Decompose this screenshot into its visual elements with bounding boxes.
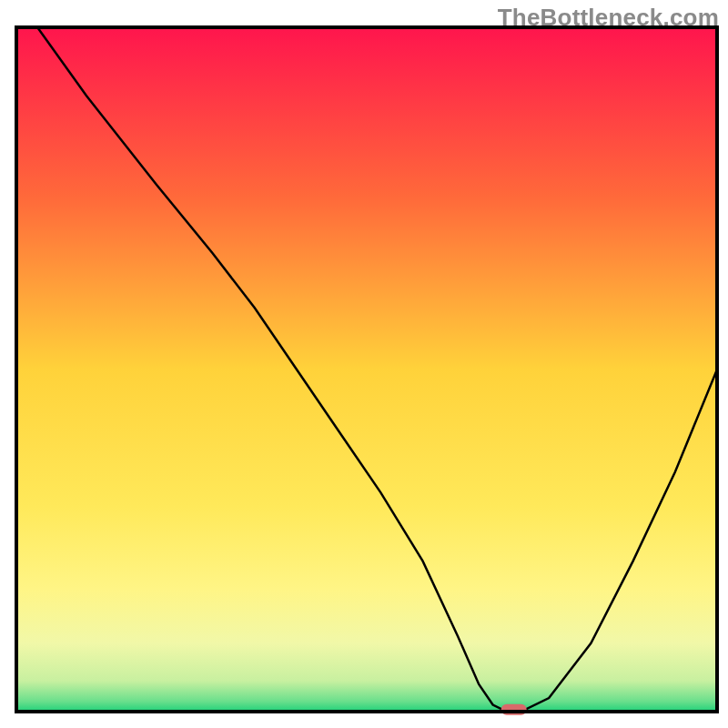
chart-container: TheBottleneck.com: [0, 0, 728, 728]
watermark-label: TheBottleneck.com: [498, 4, 719, 32]
bottleneck-chart: [0, 0, 728, 728]
plot-background: [16, 27, 717, 712]
